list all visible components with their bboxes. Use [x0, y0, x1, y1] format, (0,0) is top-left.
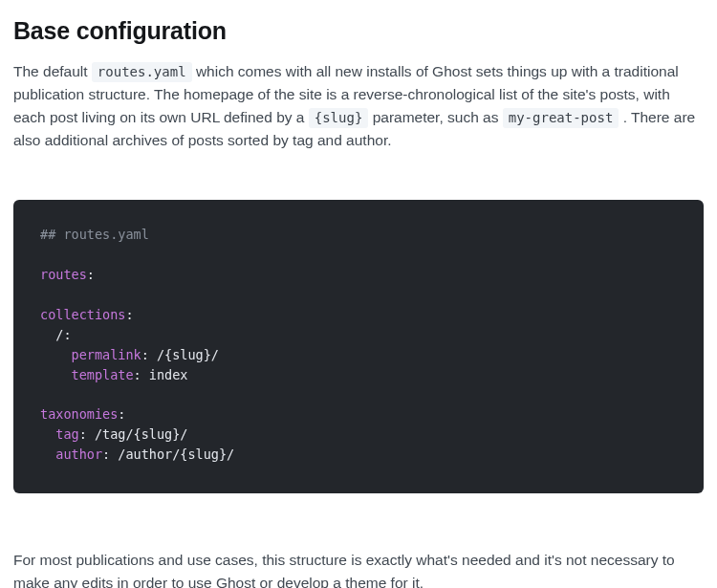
code-value: /: [40, 327, 72, 342]
code-value: /{slug}/ [149, 347, 219, 362]
code-value: index [141, 367, 188, 382]
code-comment: ## routes.yaml [40, 227, 149, 242]
code-key: routes [40, 267, 87, 282]
text: The default [13, 63, 92, 79]
intro-paragraph: The default routes.yaml which comes with… [13, 60, 704, 152]
code-value: /author/{slug}/ [110, 446, 234, 462]
inline-code-routes-yaml: routes.yaml [92, 62, 192, 82]
code-key: taxonomies [40, 406, 118, 422]
outro-paragraph: For most publications and use cases, thi… [13, 549, 704, 588]
code-key: author [40, 446, 102, 462]
code-punct: : [79, 426, 87, 442]
code-key: collections [40, 307, 125, 322]
code-punct: : [102, 446, 110, 462]
code-key: template [40, 367, 134, 382]
text: parameter, such as [368, 109, 502, 125]
code-punct: : [118, 406, 125, 422]
inline-code-example-slug: my-great-post [503, 108, 619, 128]
inline-code-slug: {slug} [309, 108, 369, 128]
section-heading: Base configuration [13, 17, 704, 45]
code-value: /tag/{slug}/ [87, 426, 188, 442]
code-block-routes-yaml: ## routes.yaml routes: collections: /: p… [13, 200, 704, 493]
code-punct: : [87, 267, 95, 282]
code-key: permalink [40, 347, 141, 362]
code-punct: : [125, 307, 133, 322]
code-punct: : [134, 367, 141, 382]
code-key: tag [40, 426, 79, 442]
code-punct: : [141, 347, 149, 362]
